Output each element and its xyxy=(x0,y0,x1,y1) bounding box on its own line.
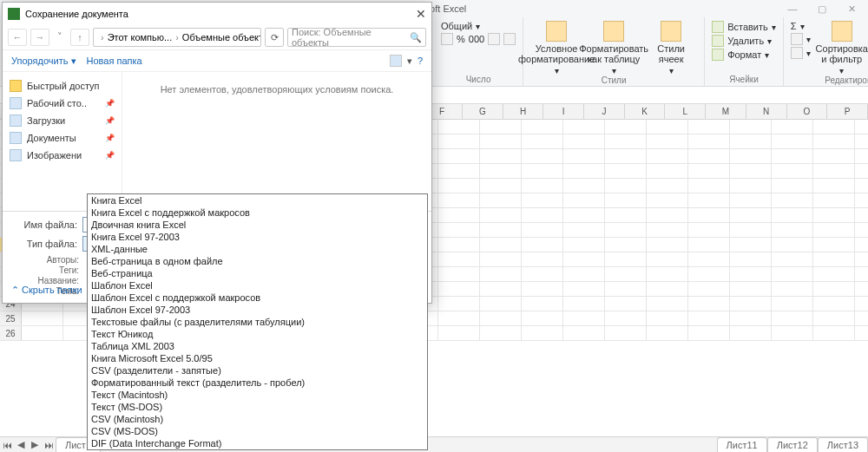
cell[interactable] xyxy=(563,297,605,311)
filetype-option[interactable]: Книга Excel xyxy=(88,194,427,206)
sheet-tab[interactable]: Лист12 xyxy=(767,437,818,452)
cell[interactable] xyxy=(605,193,647,207)
fill-button[interactable]: ▾ xyxy=(791,33,811,45)
view-icon[interactable] xyxy=(390,55,402,67)
cell[interactable] xyxy=(813,208,855,222)
filetype-option[interactable]: Веб-страница в одном файле xyxy=(88,255,427,267)
cell[interactable] xyxy=(563,149,605,163)
cell[interactable] xyxy=(647,120,688,134)
sheet-tab[interactable]: Лист13 xyxy=(818,437,868,452)
cell[interactable] xyxy=(438,120,480,134)
filetype-option[interactable]: Текст Юникод xyxy=(88,328,427,340)
cell[interactable] xyxy=(730,311,772,325)
sidebar-item[interactable]: Рабочий сто..📌 xyxy=(6,95,118,112)
column-header[interactable]: G xyxy=(463,104,503,119)
cell[interactable] xyxy=(647,223,688,237)
cell[interactable] xyxy=(813,164,855,178)
cell[interactable] xyxy=(688,252,730,266)
tab-nav-last-icon[interactable]: ⏭ xyxy=(42,440,56,450)
breadcrumb-pc[interactable]: Этот компью... xyxy=(108,32,173,43)
cell[interactable] xyxy=(522,120,563,134)
decrease-decimal-icon[interactable] xyxy=(503,33,516,45)
cell[interactable] xyxy=(605,326,647,340)
cell[interactable] xyxy=(438,164,480,178)
cell[interactable] xyxy=(605,208,647,222)
column-header[interactable]: M xyxy=(706,104,746,119)
filetype-option[interactable]: CSV (MS-DOS) xyxy=(88,425,427,437)
filetype-option[interactable]: DIF (Data Interchange Format) xyxy=(88,437,427,449)
cell[interactable] xyxy=(438,267,480,281)
filetype-option[interactable]: Двоичная книга Excel xyxy=(88,219,427,231)
cell[interactable] xyxy=(438,179,480,193)
cell[interactable] xyxy=(522,238,563,252)
cell[interactable] xyxy=(522,193,563,207)
filetype-option[interactable]: Шаблон Excel 97-2003 xyxy=(88,304,427,316)
cell[interactable] xyxy=(813,326,855,340)
cell[interactable] xyxy=(480,311,522,325)
cell[interactable] xyxy=(813,282,855,296)
cell[interactable] xyxy=(522,149,563,163)
cell[interactable] xyxy=(605,297,647,311)
cell[interactable] xyxy=(813,297,855,311)
cell[interactable] xyxy=(522,164,563,178)
cell[interactable] xyxy=(438,238,480,252)
cell[interactable] xyxy=(688,208,730,222)
cell[interactable] xyxy=(688,267,730,281)
cell[interactable] xyxy=(813,238,855,252)
tab-nav-prev-icon[interactable]: ◀ xyxy=(14,439,28,450)
cell[interactable] xyxy=(647,267,688,281)
maximize-icon[interactable]: ▢ xyxy=(811,3,833,15)
cell[interactable] xyxy=(563,311,605,325)
autosum-button[interactable]: Σ ▾ xyxy=(791,21,811,31)
dialog-close-icon[interactable]: ✕ xyxy=(416,7,426,21)
thousands-icon[interactable]: 000 xyxy=(469,34,484,44)
cell[interactable] xyxy=(438,326,480,340)
cell-styles-button[interactable]: Стили ячеек ▾ xyxy=(645,21,697,75)
hide-folders-button[interactable]: ⌃ Скрыть папки xyxy=(11,285,82,296)
sort-filter-button[interactable]: Сортировка и фильтр ▾ xyxy=(816,21,868,75)
cell[interactable] xyxy=(605,311,647,325)
cell[interactable] xyxy=(480,208,522,222)
filetype-option[interactable]: Книга Excel 97-2003 xyxy=(88,231,427,243)
cell[interactable] xyxy=(772,311,813,325)
filetype-option[interactable]: XML-данные xyxy=(88,243,427,255)
cell[interactable] xyxy=(772,238,813,252)
cell[interactable] xyxy=(647,252,688,266)
cell[interactable] xyxy=(563,208,605,222)
increase-decimal-icon[interactable] xyxy=(488,33,500,45)
cell[interactable] xyxy=(647,179,688,193)
filetype-option[interactable]: SYLK (Symbolic Link) xyxy=(88,449,427,450)
pin-icon[interactable]: 📌 xyxy=(105,151,115,160)
forward-icon[interactable]: → xyxy=(30,29,49,46)
cell[interactable] xyxy=(647,134,688,148)
cell[interactable] xyxy=(813,311,855,325)
cell[interactable] xyxy=(522,208,563,222)
cell[interactable] xyxy=(730,179,772,193)
cell[interactable] xyxy=(647,297,688,311)
cell[interactable] xyxy=(647,326,688,340)
help-icon[interactable]: ? xyxy=(418,56,423,66)
cell[interactable] xyxy=(438,223,480,237)
search-input[interactable]: Поиск: Объемные объекты 🔍 xyxy=(287,28,426,47)
pin-icon[interactable]: 📌 xyxy=(105,116,115,125)
format-button[interactable]: Формат ▾ xyxy=(712,49,776,61)
cell[interactable] xyxy=(730,282,772,296)
cell[interactable] xyxy=(522,311,563,325)
cell[interactable] xyxy=(772,164,813,178)
filetype-option[interactable]: Шаблон Excel с поддержкой макросов xyxy=(88,292,427,304)
cell[interactable] xyxy=(647,208,688,222)
filetype-option[interactable]: Текст (MS-DOS) xyxy=(88,401,427,413)
cell[interactable] xyxy=(688,179,730,193)
cell[interactable] xyxy=(438,134,480,148)
cell[interactable] xyxy=(563,282,605,296)
up-icon[interactable]: ˅ xyxy=(53,29,67,46)
column-header[interactable]: O xyxy=(787,104,828,119)
cell[interactable] xyxy=(605,223,647,237)
insert-button[interactable]: Вставить ▾ xyxy=(712,21,776,33)
cell[interactable] xyxy=(688,282,730,296)
percent-icon[interactable]: % xyxy=(457,34,465,44)
filetype-option[interactable]: Веб-страница xyxy=(88,267,427,279)
cell[interactable] xyxy=(605,179,647,193)
cell[interactable] xyxy=(605,149,647,163)
cell[interactable] xyxy=(813,120,855,134)
